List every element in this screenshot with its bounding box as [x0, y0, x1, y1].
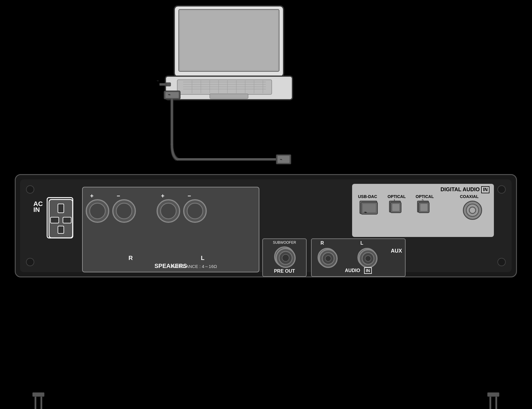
svg-rect-20	[160, 83, 166, 86]
usb-dac-label: USB-DAC	[358, 194, 377, 199]
preout-label: PRE OUT	[274, 269, 295, 274]
diagram-container: ⌁ ⌁ ⌁	[0, 0, 532, 409]
digital-audio-in-box: IN	[481, 186, 489, 193]
svg-rect-46	[392, 204, 399, 211]
svg-rect-40	[51, 217, 59, 223]
digital-audio-text: DIGITAL AUDIO	[440, 186, 480, 192]
svg-rect-48	[420, 204, 427, 211]
screw-top-right	[497, 185, 506, 194]
speaker-l-channel-label: L	[201, 255, 204, 261]
digital-audio-section: DIGITAL AUDIO IN USB-DAC ⌁	[352, 184, 494, 237]
usb-dac-symbol: ⌁	[364, 209, 367, 215]
optical-2-port: OPTICAL 2	[416, 194, 432, 213]
coaxial-socket	[463, 201, 482, 220]
audio-in-l-knob	[357, 248, 377, 267]
svg-point-57	[365, 256, 371, 261]
amp-panel: AC IN	[15, 174, 517, 277]
audio-text: AUDIO	[345, 268, 360, 273]
speaker-r-minus-terminal	[112, 199, 136, 223]
audio-in-label: AUDIO IN	[345, 267, 372, 274]
svg-rect-41	[63, 217, 71, 223]
audio-in-r-knob	[318, 248, 337, 267]
audio-in-box: IN	[364, 267, 372, 274]
svg-rect-29	[276, 155, 291, 164]
coaxial-label: COAXIAL	[460, 194, 479, 199]
optical-2-label: OPTICAL	[416, 194, 434, 199]
optical-1-socket	[389, 201, 401, 212]
digital-audio-label: DIGITAL AUDIO IN	[440, 186, 489, 193]
svg-rect-39	[58, 204, 64, 213]
ac-in-section: AC IN	[32, 188, 79, 271]
speaker-r-plus-terminal	[86, 199, 109, 223]
speaker-l-minus-label: −	[188, 193, 191, 199]
svg-point-51	[282, 254, 289, 261]
speaker-r-plus-label: +	[90, 193, 94, 199]
laptop-illustration: ⌁	[157, 3, 304, 115]
speakers-section: + − + − R L SPEAKERS IMPEDANCE : 4～16Ω	[82, 187, 259, 272]
svg-text:⌁: ⌁	[280, 157, 282, 162]
amp-panel-inner: AC IN	[20, 179, 512, 272]
preout-knob	[274, 246, 295, 267]
svg-rect-37	[487, 392, 499, 397]
svg-text:⌁: ⌁	[157, 78, 159, 83]
optical-1-port: OPTICAL 1	[388, 194, 404, 213]
ac-socket	[47, 197, 73, 238]
svg-rect-2	[180, 11, 278, 70]
svg-rect-18	[210, 94, 248, 99]
audio-in-r-label: R	[320, 241, 324, 246]
speaker-l-plus-label: +	[161, 193, 165, 199]
svg-rect-34	[32, 392, 44, 397]
screw-bottom-right	[497, 258, 506, 266]
usb-dac-socket	[359, 201, 377, 214]
optical-2-socket	[417, 201, 429, 212]
ac-in-label2: IN	[33, 206, 40, 214]
aux-label: AUX	[391, 248, 402, 254]
subwoofer-label: SUBWOOFER	[273, 241, 296, 245]
svg-rect-19	[165, 83, 171, 86]
coaxial-port: COAXIAL	[460, 194, 487, 224]
speaker-r-minus-label: −	[117, 193, 120, 199]
usb-dac-port: USB-DAC ⌁	[358, 194, 382, 215]
speaker-l-minus-terminal	[183, 199, 207, 223]
speaker-r-channel-label: R	[128, 255, 133, 261]
preout-section: SUBWOOFER PRE OUT	[262, 238, 307, 277]
audio-in-section: R L AUX	[311, 238, 406, 277]
impedance-label: IMPEDANCE : 4～16Ω	[172, 264, 217, 269]
optical-1-label: OPTICAL	[388, 194, 406, 199]
svg-rect-42	[58, 226, 64, 233]
speaker-l-plus-terminal	[157, 199, 180, 223]
svg-rect-30	[278, 156, 289, 163]
svg-point-54	[325, 256, 331, 261]
audio-in-l-label: L	[360, 241, 363, 246]
